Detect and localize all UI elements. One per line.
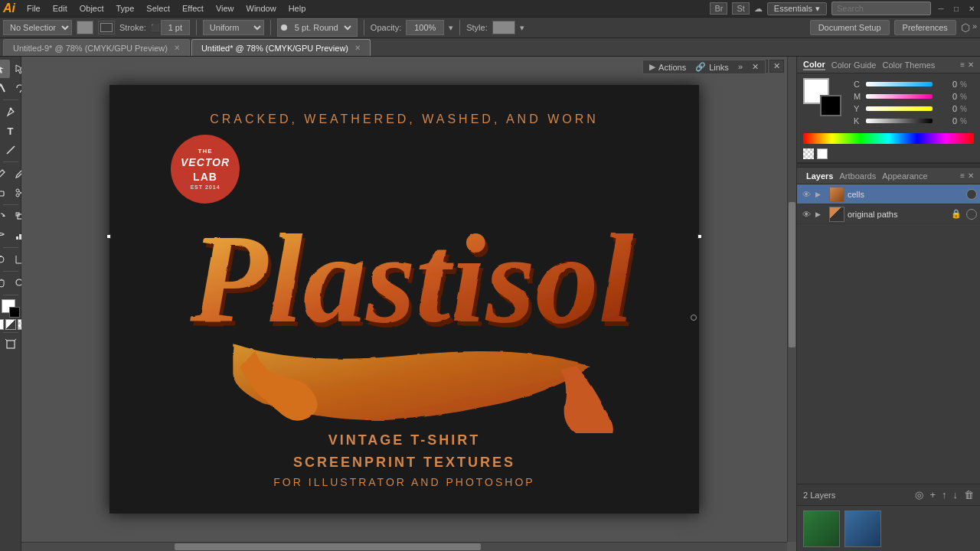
- vscroll[interactable]: [787, 57, 796, 542]
- menu-type[interactable]: Type: [111, 2, 140, 15]
- rotate-tool[interactable]: [0, 207, 10, 226]
- layer-cells-circle[interactable]: [966, 189, 977, 200]
- menu-effect[interactable]: Effect: [177, 2, 209, 15]
- panel-collapse-btn[interactable]: »: [738, 62, 743, 72]
- k-slider[interactable]: [866, 119, 933, 123]
- maximize-button[interactable]: □: [951, 3, 962, 14]
- links-btn[interactable]: 🔗 Links: [695, 62, 729, 72]
- type-tool[interactable]: T: [2, 122, 20, 140]
- menu-view[interactable]: View: [211, 2, 240, 15]
- canvas-area[interactable]: ⊡ ✕ ▶ Actions 🔗 Links » ✕ CRACKED, WEATH…: [21, 57, 796, 551]
- tab-0[interactable]: Untitled-9* @ 78% (CMYK/GPU Preview) ✕: [3, 39, 190, 56]
- layer-paths-circle[interactable]: [966, 209, 977, 220]
- selection-tool[interactable]: [0, 60, 10, 78]
- fill-stroke-indicator[interactable]: [2, 299, 20, 318]
- layer-paths-expand[interactable]: ▶: [815, 210, 826, 218]
- move-layer-up-btn[interactable]: ↑: [942, 489, 947, 500]
- stock-btn[interactable]: St: [732, 2, 749, 15]
- menu-help[interactable]: Help: [283, 2, 312, 15]
- m-slider[interactable]: [866, 94, 933, 99]
- delete-layer-btn[interactable]: 🗑: [964, 489, 974, 500]
- brush-preview[interactable]: 5 pt. Round: [277, 18, 358, 37]
- layer-paths-row[interactable]: 👁 ▶ original paths 🔒: [797, 204, 980, 224]
- layer-thumbnails-row: [797, 505, 980, 551]
- color-guide-tab[interactable]: Color Guide: [831, 60, 877, 70]
- essentials-button[interactable]: Essentials ▾: [767, 2, 827, 15]
- selection-dropdown[interactable]: No Selection: [3, 20, 72, 35]
- document-setup-button[interactable]: Document Setup: [810, 20, 890, 35]
- panel-toggle-icon[interactable]: ⬡: [961, 21, 970, 34]
- brush-select[interactable]: 5 pt. Round: [289, 20, 354, 35]
- color-tab[interactable]: Color: [803, 60, 825, 70]
- color-themes-tab[interactable]: Color Themes: [882, 60, 935, 70]
- bridge-btn[interactable]: Br: [710, 2, 727, 15]
- stroke-color-box[interactable]: [98, 21, 115, 34]
- move-layer-down-btn[interactable]: ↓: [953, 489, 959, 500]
- layers-panel-menu[interactable]: ≡: [960, 171, 965, 180]
- color-spectrum[interactable]: [803, 133, 974, 144]
- tab-0-close[interactable]: ✕: [174, 44, 180, 52]
- menu-select[interactable]: Select: [141, 2, 175, 15]
- eraser-tool[interactable]: [0, 184, 10, 202]
- tab-1[interactable]: Untitled* @ 78% (CMYK/GPU Preview) ✕: [191, 39, 371, 56]
- actions-btn[interactable]: ▶ Actions: [649, 62, 686, 72]
- cloud-btn[interactable]: ☁: [754, 4, 763, 14]
- layers-tab[interactable]: Layers: [803, 171, 836, 181]
- tab-1-close[interactable]: ✕: [354, 44, 361, 52]
- gradient-fill-btn[interactable]: [5, 319, 16, 330]
- magic-wand-tool[interactable]: [0, 79, 10, 97]
- close-button[interactable]: ✕: [966, 3, 977, 14]
- selection-handle-right[interactable]: [697, 234, 702, 239]
- search-input[interactable]: [831, 2, 931, 15]
- add-layer-btn[interactable]: +: [929, 489, 936, 500]
- opacity-input[interactable]: [406, 20, 444, 35]
- layer-cells-visibility[interactable]: 👁: [800, 188, 812, 201]
- layer-cells-row[interactable]: 👁 ▶ cells: [797, 184, 980, 204]
- hand-tool[interactable]: [0, 274, 10, 292]
- hscroll-thumb[interactable]: [175, 543, 481, 550]
- menu-object[interactable]: Object: [74, 2, 109, 15]
- menu-window[interactable]: Window: [241, 2, 282, 15]
- line-tool[interactable]: [2, 141, 20, 159]
- selection-handle-left[interactable]: [106, 234, 111, 239]
- menu-file[interactable]: File: [21, 2, 46, 15]
- pen-tool[interactable]: [2, 103, 20, 121]
- solid-fill-btn[interactable]: [0, 319, 4, 330]
- layer-thumb-green[interactable]: [803, 510, 840, 547]
- white-swatch[interactable]: [817, 148, 828, 159]
- color-panel-close[interactable]: ✕: [968, 60, 974, 69]
- panel-close-icon[interactable]: ✕: [769, 60, 784, 73]
- y-percent: %: [960, 105, 968, 113]
- stroke-box[interactable]: [820, 95, 841, 116]
- uniform-select[interactable]: Uniform: [203, 20, 264, 35]
- vscroll-thumb[interactable]: [789, 202, 795, 347]
- svg-line-0: [1, 84, 5, 92]
- no-color-swatch[interactable]: [803, 148, 814, 159]
- style-expand-icon[interactable]: ▾: [520, 23, 524, 33]
- warp-tool[interactable]: [0, 227, 10, 245]
- symbol-tool[interactable]: [0, 250, 10, 269]
- panel-close-btn[interactable]: ✕: [752, 62, 759, 72]
- stroke-icon[interactable]: ⬛: [151, 24, 159, 31]
- c-slider[interactable]: [866, 82, 933, 86]
- layers-panel-close[interactable]: ✕: [968, 171, 974, 180]
- artboard-tool[interactable]: [2, 335, 20, 354]
- menu-edit[interactable]: Edit: [47, 2, 73, 15]
- panel-collapse-icon[interactable]: »: [972, 21, 977, 34]
- layer-thumb-blue[interactable]: [844, 510, 881, 547]
- hscroll[interactable]: [21, 542, 787, 551]
- minimize-button[interactable]: ─: [936, 3, 946, 14]
- layer-paths-visibility[interactable]: 👁: [800, 208, 812, 220]
- color-panel-collapse[interactable]: ≡: [960, 60, 965, 69]
- opacity-expand-icon[interactable]: ▾: [449, 23, 453, 33]
- fill-color-box[interactable]: [77, 21, 93, 34]
- style-box[interactable]: [492, 21, 515, 34]
- artboards-tab[interactable]: Artboards: [836, 171, 879, 181]
- appearance-tab[interactable]: Appearance: [879, 171, 930, 181]
- layer-cells-expand[interactable]: ▶: [815, 191, 826, 198]
- preferences-button[interactable]: Preferences: [894, 20, 956, 35]
- stroke-value-input[interactable]: [161, 20, 190, 35]
- paintbrush-tool[interactable]: [0, 165, 10, 183]
- y-slider[interactable]: [866, 106, 933, 111]
- locate-layer-btn[interactable]: ◎: [915, 489, 923, 500]
